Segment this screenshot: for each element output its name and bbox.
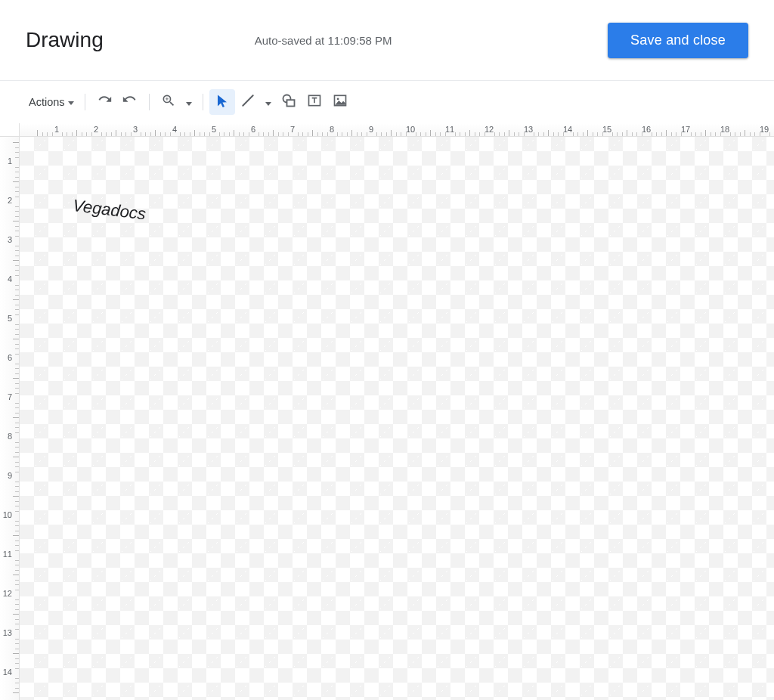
ruler-number: 9 [362, 125, 380, 134]
ruler-number: 10 [401, 125, 420, 134]
zoom-button[interactable] [156, 89, 181, 115]
ruler-number: 5 [8, 314, 12, 324]
svg-line-0 [243, 95, 252, 105]
undo-icon [97, 93, 112, 111]
ruler-number: 1 [8, 156, 12, 167]
workspace: 12345678910111213141516171819 1234567891… [0, 123, 774, 700]
separator [85, 94, 85, 110]
save-and-close-button[interactable]: Save and close [608, 23, 748, 58]
ruler-number: 15 [598, 125, 616, 134]
actions-menu-label: Actions [29, 96, 65, 108]
ruler-number: 4 [166, 125, 184, 134]
ruler-number: 11 [441, 125, 459, 134]
vertical-ruler[interactable]: 1234567891011121314 [0, 137, 20, 700]
shape-icon [281, 93, 296, 111]
ruler-number: 3 [126, 125, 144, 134]
ruler-number: 2 [8, 196, 12, 206]
horizontal-ruler[interactable]: 12345678910111213141516171819 [20, 123, 774, 137]
ruler-number: 17 [676, 125, 695, 134]
separator [149, 94, 150, 110]
ruler-number: 10 [3, 510, 12, 521]
wordart-text[interactable]: Vegadocs [72, 196, 147, 225]
textbox-icon [307, 93, 322, 111]
ruler-number: 14 [559, 125, 577, 134]
ruler-number: 12 [480, 125, 498, 134]
ruler-number: 9 [8, 471, 12, 482]
ruler-number: 16 [637, 125, 655, 134]
line-dropdown-button[interactable] [261, 89, 276, 115]
ruler-number: 8 [8, 432, 12, 442]
actions-menu-button[interactable]: Actions [24, 89, 79, 115]
ruler-number: 13 [3, 628, 12, 639]
separator [203, 94, 203, 110]
ruler-number: 13 [519, 125, 537, 134]
ruler-number: 6 [8, 353, 12, 364]
shape-tool-button[interactable] [276, 89, 302, 115]
ruler-number: 8 [323, 125, 341, 134]
ruler-number: 18 [716, 125, 734, 134]
ruler-number: 14 [3, 667, 12, 678]
redo-icon [122, 93, 138, 111]
dialog-title: Drawing [26, 28, 104, 52]
ruler-number: 19 [755, 125, 773, 134]
select-tool-button[interactable] [209, 89, 235, 115]
ruler-number: 4 [8, 274, 12, 285]
svg-rect-2 [286, 100, 294, 106]
svg-point-5 [336, 98, 339, 101]
undo-button[interactable] [91, 89, 117, 115]
textbox-tool-button[interactable] [302, 89, 327, 115]
toolbar: Actions [0, 81, 774, 123]
zoom-dropdown-button[interactable] [181, 89, 197, 115]
ruler-corner [0, 123, 20, 137]
ruler-number: 3 [8, 235, 12, 246]
ruler-number: 6 [244, 125, 262, 134]
caret-down-icon [265, 95, 271, 109]
ruler-number: 7 [283, 125, 302, 134]
image-tool-button[interactable] [327, 89, 353, 115]
ruler-number: 11 [3, 550, 12, 560]
ruler-number: 5 [205, 125, 223, 134]
ruler-number: 1 [48, 125, 66, 134]
ruler-number: 7 [8, 392, 12, 403]
image-icon [333, 93, 348, 111]
line-icon [240, 93, 255, 111]
autosave-status: Auto-saved at 11:09:58 PM [104, 34, 608, 47]
redo-button[interactable] [117, 89, 143, 115]
line-tool-button[interactable] [235, 89, 261, 115]
zoom-icon [161, 93, 176, 111]
select-icon [215, 94, 229, 110]
dialog-header: Drawing Auto-saved at 11:09:58 PM Save a… [0, 0, 774, 80]
ruler-number: 12 [3, 589, 12, 599]
caret-down-icon [68, 96, 74, 108]
ruler-number: 2 [87, 125, 105, 134]
drawing-canvas[interactable]: Vegadocs [20, 137, 774, 700]
caret-down-icon [186, 95, 192, 109]
